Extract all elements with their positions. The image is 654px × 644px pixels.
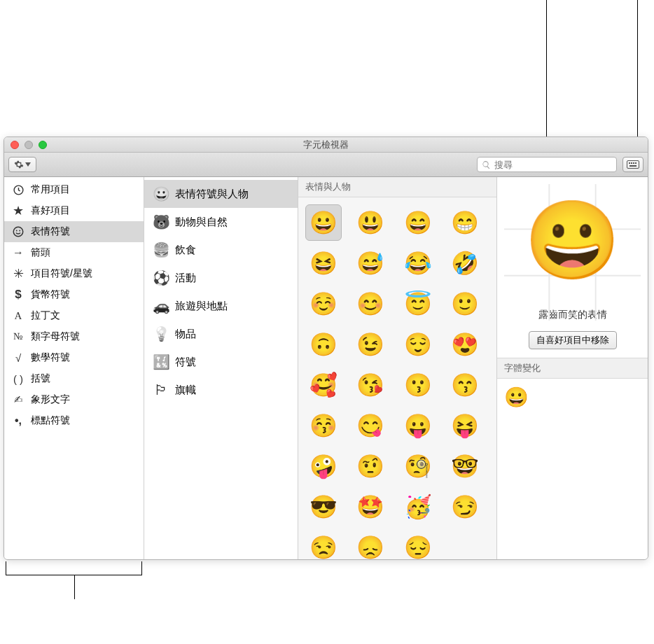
subcategory-item-1[interactable]: 🐻動物與自然 <box>144 208 298 236</box>
font-variation-header: 字體變化 <box>497 358 648 379</box>
sidebar-item-math[interactable]: √數學符號 <box>4 347 144 368</box>
emoji-cell[interactable]: 🧐 <box>400 448 436 484</box>
sidebar-item-clock[interactable]: 常用項目 <box>4 179 144 200</box>
subcategory-label: 表情符號與人物 <box>175 188 249 201</box>
sidebar-item-label: 數學符號 <box>31 351 70 364</box>
svg-point-9 <box>19 230 20 232</box>
svg-point-8 <box>16 230 18 232</box>
emoji-cell[interactable]: 😙 <box>447 367 483 403</box>
latin-icon: A <box>11 309 25 323</box>
subcategory-item-4[interactable]: 🚗旅遊與地點 <box>144 292 298 320</box>
sidebar-item-punct[interactable]: •,標點符號 <box>4 410 144 431</box>
sidebar-item-paren[interactable]: ( )括號 <box>4 368 144 389</box>
search-input[interactable] <box>494 160 612 170</box>
sidebar-item-label: 類字母符號 <box>31 330 80 343</box>
category-emoji-icon: 🍔 <box>153 241 169 258</box>
subcategory-label: 符號 <box>175 356 196 369</box>
chevron-down-icon <box>25 162 31 167</box>
paren-icon: ( ) <box>11 372 25 386</box>
emoji-cell[interactable]: 😉 <box>352 326 389 363</box>
category-emoji-icon: 🚗 <box>153 298 169 314</box>
emoji-cell[interactable]: 😒 <box>305 529 342 559</box>
svg-rect-1 <box>629 162 630 164</box>
emoji-cell[interactable]: 😞 <box>352 529 389 559</box>
emoji-cell[interactable]: 😆 <box>305 245 342 281</box>
subcategory-item-7[interactable]: 🏳旗幟 <box>144 376 298 404</box>
emoji-cell[interactable]: 😘 <box>352 367 389 403</box>
emoji-cell[interactable]: 🤓 <box>447 448 483 484</box>
subcategory-label: 物品 <box>175 328 196 341</box>
variation-character[interactable]: 😀 <box>504 386 529 408</box>
emoji-cell[interactable]: 🙂 <box>447 286 483 322</box>
subcategory-item-2[interactable]: 🍔飲食 <box>144 236 298 264</box>
subcategory-label: 動物與自然 <box>175 216 228 229</box>
letterlike-icon: № <box>11 330 25 344</box>
category-emoji-icon: 💡 <box>153 326 169 342</box>
emoji-cell[interactable]: 😀 <box>305 204 342 241</box>
sidebar-item-label: 箭頭 <box>31 246 50 259</box>
emoji-cell[interactable]: 🙃 <box>305 326 342 363</box>
emoji-cell[interactable]: 😇 <box>400 286 436 322</box>
settings-button[interactable] <box>8 157 36 172</box>
emoji-cell[interactable]: 😔 <box>400 529 436 559</box>
emoji-cell[interactable]: 😅 <box>352 245 389 281</box>
sidebar-item-smiley[interactable]: 表情符號 <box>4 221 144 242</box>
sidebar-item-dollar[interactable]: $貨幣符號 <box>4 284 144 305</box>
search-field[interactable] <box>477 157 617 172</box>
remove-from-favorites-button[interactable]: 自喜好項目中移除 <box>529 331 617 349</box>
emoji-grid: 😀😃😄😁😆😅😂🤣☺️😊😇🙂🙃😉😌😍🥰😘😗😙😚😋😛😝🤪🤨🧐🤓😎🤩🥳😏😒😞😔 <box>298 197 496 559</box>
clock-icon <box>11 183 25 197</box>
emoji-cell[interactable]: 😁 <box>447 204 483 241</box>
emoji-cell[interactable]: 😛 <box>400 407 436 444</box>
emoji-cell[interactable]: 😋 <box>352 407 389 444</box>
sidebar-item-asterisk[interactable]: ✳︎項目符號/星號 <box>4 263 144 284</box>
character-viewer-window: 字元檢視器 常用項目★喜好項目表情符號→箭頭✳︎項目符號/星號$貨幣符號A拉丁文… <box>4 136 648 560</box>
emoji-cell[interactable]: 🤣 <box>447 245 483 281</box>
subcategory-item-5[interactable]: 💡物品 <box>144 320 298 348</box>
emoji-cell[interactable]: ☺️ <box>305 286 342 322</box>
emoji-cell[interactable]: 🥰 <box>305 367 342 403</box>
emoji-cell[interactable]: 🤪 <box>305 448 342 484</box>
titlebar: 字元檢視器 <box>4 137 648 153</box>
sidebar-item-label: 喜好項目 <box>31 204 70 217</box>
emoji-cell[interactable]: 🥳 <box>400 489 436 525</box>
emoji-cell[interactable]: 😏 <box>447 489 483 525</box>
sidebar-item-picto[interactable]: ✍︎象形文字 <box>4 389 144 410</box>
subcategory-item-3[interactable]: ⚽活動 <box>144 264 298 292</box>
keyboard-viewer-button[interactable] <box>622 157 643 172</box>
emoji-cell[interactable]: 😝 <box>447 407 483 444</box>
emoji-cell[interactable]: 😊 <box>352 286 389 322</box>
category-emoji-icon: 😀 <box>153 186 169 202</box>
font-variation-list: 😀 <box>497 379 648 416</box>
sidebar-item-letterlike[interactable]: №類字母符號 <box>4 326 144 347</box>
emoji-cell[interactable]: 😌 <box>400 326 436 363</box>
subcategory-item-6[interactable]: 🔣符號 <box>144 348 298 376</box>
emoji-cell[interactable]: 😂 <box>400 245 436 281</box>
preview-character: 😀 <box>524 195 620 286</box>
sidebar-item-star[interactable]: ★喜好項目 <box>4 200 144 221</box>
category-emoji-icon: ⚽ <box>153 270 169 286</box>
asterisk-icon: ✳︎ <box>11 267 25 281</box>
emoji-cell[interactable]: 😎 <box>305 489 342 525</box>
sidebar-item-arrow[interactable]: →箭頭 <box>4 242 144 263</box>
emoji-cell[interactable]: 😃 <box>352 204 389 241</box>
emoji-cell[interactable]: 😚 <box>305 407 342 444</box>
toolbar <box>4 153 648 177</box>
subcategory-label: 飲食 <box>175 244 196 257</box>
subcategory-item-0[interactable]: 😀表情符號與人物 <box>144 180 298 208</box>
emoji-cell[interactable]: 😗 <box>400 367 436 403</box>
svg-point-7 <box>13 227 23 237</box>
subcategory-label: 活動 <box>175 272 196 285</box>
sidebar-item-latin[interactable]: A拉丁文 <box>4 305 144 326</box>
window-title: 字元檢視器 <box>4 139 648 151</box>
emoji-cell[interactable]: 😍 <box>447 326 483 363</box>
category-emoji-icon: 🔣 <box>153 354 169 370</box>
detail-pane: 😀 露齒而笑的表情 自喜好項目中移除 字體變化 😀 <box>497 177 648 559</box>
sidebar-item-label: 拉丁文 <box>31 309 60 322</box>
emoji-cell[interactable]: 🤩 <box>352 489 389 525</box>
sidebar-item-label: 表情符號 <box>31 225 70 238</box>
punct-icon: •, <box>11 414 25 428</box>
emoji-cell[interactable]: 🤨 <box>352 448 389 484</box>
search-icon <box>482 160 491 169</box>
emoji-cell[interactable]: 😄 <box>400 204 436 241</box>
